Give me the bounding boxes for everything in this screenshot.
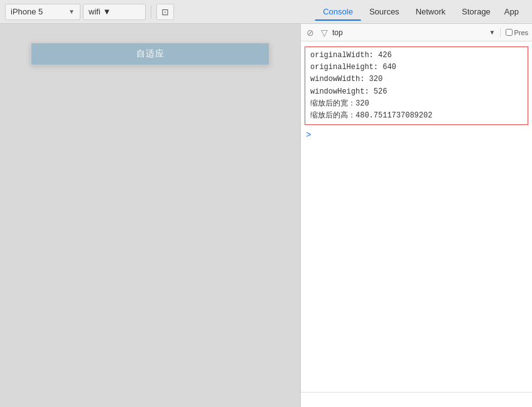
phone-header: 自适应: [31, 43, 269, 65]
filter-icon[interactable]: ▽: [318, 27, 330, 38]
phone-frame: 自适应 刘学义 萧逸才 You... 青云志: [31, 43, 269, 65]
tab-app[interactable]: App: [499, 3, 524, 21]
preserve-log-checkbox[interactable]: [506, 29, 513, 36]
toolbar-separator: [151, 6, 151, 18]
log-line-4: windowHeight: 526: [309, 86, 524, 98]
console-output: originalWidth: 426 originalHeight: 640 w…: [301, 41, 532, 392]
device-select[interactable]: iPhone 5 ▼: [5, 4, 80, 20]
toolbar: iPhone 5 ▼ wifi ▼ ⊡ Console Sources Netw…: [0, 0, 532, 24]
cursor-icon: ⊡: [161, 7, 169, 17]
tab-console[interactable]: Console: [315, 3, 361, 21]
console-input-area: [301, 392, 532, 407]
filter-sep: [500, 28, 501, 38]
log-line-3: windowWidth: 320: [309, 73, 524, 85]
network-select[interactable]: wifi ▼: [83, 4, 146, 20]
tab-network[interactable]: Network: [408, 3, 454, 21]
network-label: wifi: [89, 7, 100, 16]
devtools-panel: ⊘ ▽ ▼ Pres originalWidth: 426 originalHe…: [300, 24, 532, 407]
log-line-5: 缩放后的宽：320: [309, 98, 524, 110]
log-line-1: originalWidth: 426: [309, 50, 524, 62]
console-prompt: >: [301, 128, 532, 143]
network-dropdown-arrow: ▼: [103, 7, 111, 16]
device-preview: 自适应 刘学义 萧逸才 You... 青云志: [0, 24, 300, 407]
log-line-2: originalHeight: 640: [309, 62, 524, 73]
log-line-6: 缩放后的高：480.7511737089202: [309, 110, 524, 122]
prompt-arrow-icon: >: [306, 130, 311, 140]
console-filter-input[interactable]: [332, 26, 486, 39]
tab-storage[interactable]: Storage: [453, 3, 499, 21]
preserve-log-checkbox-label[interactable]: Pres: [506, 29, 528, 36]
cursor-tool-button[interactable]: ⊡: [156, 4, 174, 20]
device-label: iPhone 5: [11, 7, 43, 16]
device-dropdown-arrow: ▼: [68, 8, 75, 15]
tab-sources[interactable]: Sources: [361, 3, 408, 21]
console-filter-bar: ⊘ ▽ ▼ Pres: [301, 24, 532, 41]
no-entry-icon[interactable]: ⊘: [305, 27, 316, 38]
filter-dropdown-arrow[interactable]: ▼: [489, 29, 495, 36]
main-content: 自适应 刘学义 萧逸才 You... 青云志: [0, 24, 532, 407]
console-log-block: originalWidth: 426 originalHeight: 640 w…: [305, 46, 528, 125]
